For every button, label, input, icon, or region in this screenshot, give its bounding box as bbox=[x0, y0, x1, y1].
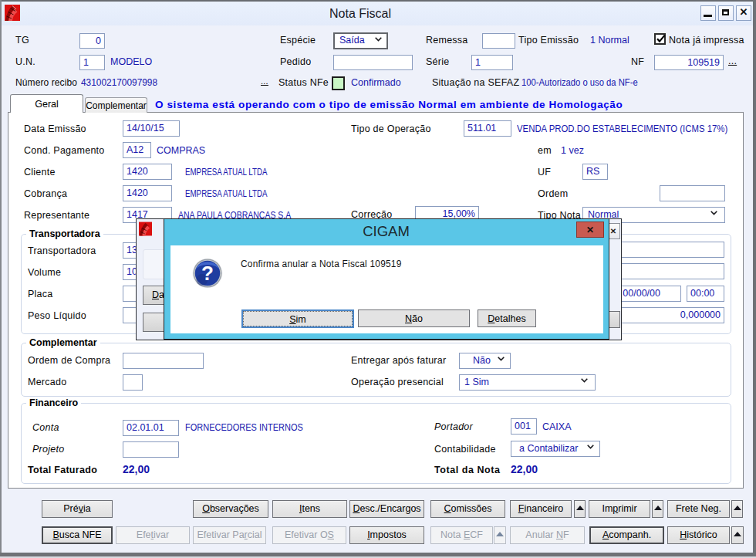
svg-text:?: ? bbox=[201, 262, 214, 285]
